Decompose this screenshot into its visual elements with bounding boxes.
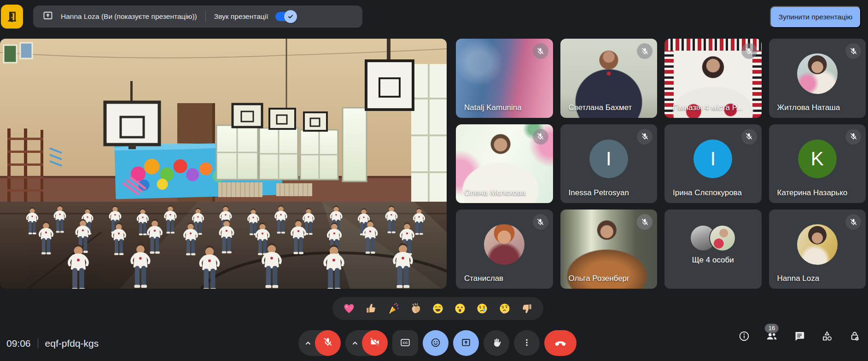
mic-muted-icon (741, 43, 757, 59)
participant-name: Ольга Розенберг (569, 274, 630, 283)
microphone-button[interactable] (298, 330, 341, 356)
participant-tile[interactable]: Ще 4 особи (664, 210, 762, 289)
chat-icon (793, 330, 805, 344)
participant-count-badge: 16 (765, 324, 779, 333)
participant-name: Ще 4 особи (664, 256, 762, 265)
participant-name: Ірина Слєпокурова (673, 188, 742, 198)
mic-muted-icon (845, 129, 861, 145)
shared-presentation-stage[interactable] (0, 39, 447, 289)
cc-icon: CC (400, 337, 411, 349)
participant-avatar (797, 53, 838, 94)
divider (205, 11, 206, 22)
letter-avatar: I (589, 140, 628, 178)
mic-muted-icon (533, 43, 548, 59)
meeting-details-button[interactable] (738, 331, 750, 343)
more-vert-icon (521, 337, 532, 349)
smiley-icon (430, 337, 441, 349)
group-avatars (690, 225, 736, 251)
participant-name: Hanna Loza (777, 274, 820, 283)
present-icon (460, 337, 472, 349)
panel-controls: 16 (738, 331, 861, 343)
participant-name: Inessa Petrosyan (569, 188, 629, 198)
participant-tile[interactable]: Natalj Kamunina (456, 39, 553, 118)
raise-hand-button[interactable] (484, 330, 509, 356)
mic-off-icon (315, 330, 341, 356)
participant-name: Гімназія 4 міста Р... (673, 103, 742, 112)
door-icon (5, 10, 19, 23)
reaction-party-popper[interactable] (386, 301, 401, 316)
participant-name: Светлана Бахмет (569, 103, 632, 112)
participant-name: Катерина Назарько (777, 188, 848, 198)
call-end-icon (554, 336, 567, 350)
leave-call-button[interactable] (544, 330, 577, 356)
letter-avatar: I (693, 140, 732, 178)
letter-avatar: K (798, 140, 837, 178)
reaction-face-with-tears-of-joy[interactable] (431, 301, 445, 316)
activities-button[interactable] (821, 331, 833, 343)
host-controls-button[interactable] (849, 331, 861, 343)
participant-avatar (797, 224, 838, 265)
people-button[interactable]: 16 (766, 331, 778, 343)
app-door-icon[interactable] (1, 5, 23, 29)
gym-scene-illustration (0, 39, 447, 289)
participant-grid: Natalj KamuninaСветлана БахметГімназія 4… (456, 39, 866, 289)
reaction-clapping-hands[interactable] (408, 301, 423, 316)
participant-name: Житлова Наташа (777, 103, 840, 112)
more-options-button[interactable] (514, 330, 540, 356)
participant-name: Олена Мєлєхова (464, 188, 525, 198)
meeting-info: 09:06 eqf-pfdq-kgs (6, 338, 99, 349)
participant-tile[interactable]: Гімназія 4 міста Р... (664, 39, 762, 118)
camera-button[interactable] (345, 330, 388, 356)
participant-name: Natalj Kamunina (464, 103, 522, 112)
mic-muted-icon (845, 43, 861, 59)
presentation-sound-toggle[interactable] (275, 12, 296, 22)
mic-options-chevron-icon[interactable] (303, 338, 314, 350)
activities-icon (821, 330, 833, 344)
mic-muted-icon (741, 129, 757, 145)
toggle-check-icon (284, 10, 297, 23)
reaction-thinking-face[interactable] (497, 301, 512, 316)
reactions-button[interactable] (423, 330, 449, 356)
present-button[interactable] (453, 330, 479, 356)
chat-button[interactable] (793, 331, 805, 343)
clock: 09:06 (6, 338, 31, 349)
captions-button[interactable]: CC (392, 330, 418, 356)
participant-tile[interactable]: Ольга Розенберг (560, 210, 658, 289)
mic-muted-icon (533, 214, 548, 230)
mic-muted-icon (533, 129, 548, 145)
participant-tile[interactable]: Станислав (456, 210, 553, 289)
meet-window: Hanna Loza (Ви (показуєте презентацію)) … (0, 0, 868, 361)
participant-avatar (484, 224, 524, 265)
divider (38, 338, 38, 349)
meeting-code: eqf-pfdq-kgs (45, 338, 99, 349)
reaction-surprised-face[interactable] (453, 301, 467, 316)
svg-text:CC: CC (403, 341, 408, 345)
camera-options-chevron-icon[interactable] (350, 338, 361, 350)
participant-tile[interactable]: Олена Мєлєхова (456, 124, 553, 204)
participant-tile[interactable]: IІрина Слєпокурова (664, 124, 762, 204)
participant-name: Станислав (464, 274, 503, 283)
camera-off-icon (362, 330, 388, 356)
reactions-bar (332, 297, 543, 320)
presentation-status-bar: Hanna Loza (Ви (показуєте презентацію)) … (33, 6, 362, 28)
call-controls: CC (298, 330, 577, 356)
lock-icon (849, 330, 861, 344)
presentation-sound-label: Звук презентації (214, 12, 268, 21)
participant-tile[interactable]: KКатерина Назарько (769, 124, 866, 204)
presenter-status-label: Hanna Loza (Ви (показуєте презентацію)) (61, 12, 197, 21)
present-box-icon (42, 10, 53, 23)
mic-muted-icon (637, 43, 652, 59)
participant-tile[interactable]: Светлана Бахмет (560, 39, 658, 118)
mic-muted-icon (637, 214, 652, 230)
mic-muted-icon (845, 214, 861, 230)
mic-muted-icon (637, 129, 652, 145)
reaction-thumbs-up[interactable] (364, 301, 379, 316)
stop-presentation-button[interactable]: Зупинити презентацію (770, 6, 861, 28)
reaction-sparkling-heart[interactable] (342, 301, 356, 316)
participant-tile[interactable]: Житлова Наташа (769, 39, 866, 118)
reaction-thumbs-down[interactable] (519, 301, 534, 316)
participant-tile[interactable]: IInessa Petrosyan (560, 124, 658, 204)
participant-tile[interactable]: Hanna Loza (769, 210, 866, 289)
reaction-crying-face[interactable] (475, 301, 489, 316)
hand-icon (491, 337, 502, 349)
